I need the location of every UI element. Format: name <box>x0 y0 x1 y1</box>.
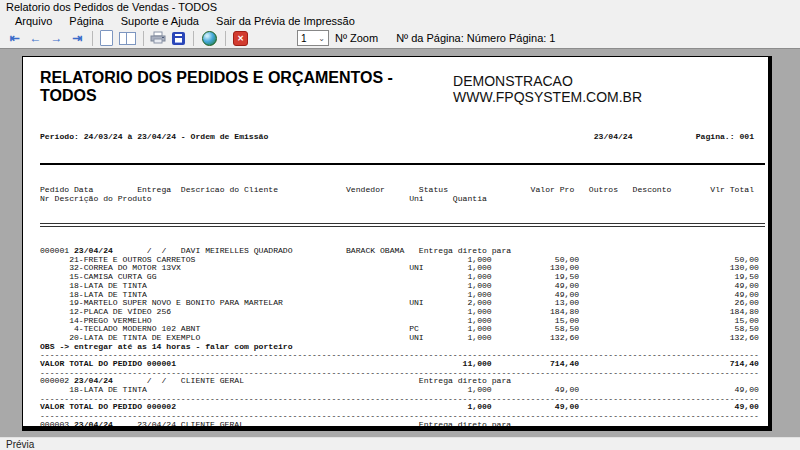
next-page-icon: → <box>51 31 63 45</box>
zoom-label: Nº Zoom <box>335 32 378 44</box>
window-title: Relatorio dos Pedidos de Vendas - TODOS <box>0 0 800 15</box>
report-demo-text: DEMONSTRACAO WWW.FPQSYSTEM.COM.BR <box>453 73 765 105</box>
preview-area[interactable]: RELATORIO DOS PEDIDOS E ORÇAMENTOS - TOD… <box>0 48 800 437</box>
report-line: 19-MARTELO SUPER NOVO E BONITO PARA MART… <box>40 430 768 431</box>
report-period-line: Período: 24/03/24 à 23/04/24 - Ordem de … <box>40 133 768 142</box>
toolbar: ⇤ ← → ⇥ ✕ 1 ⌄ Nº Zoom Nº da Página: Núme… <box>0 28 800 48</box>
last-page-button[interactable]: ⇥ <box>67 29 88 47</box>
one-page-view-button[interactable] <box>97 29 116 47</box>
menu-bar: Arquivo Página Suporte e Ajuda Sair da P… <box>0 15 800 28</box>
print-setup-icon <box>172 32 185 45</box>
report-title: RELATORIO DOS PEDIDOS E ORÇAMENTOS - TOD… <box>40 69 453 105</box>
report-header: RELATORIO DOS PEDIDOS E ORÇAMENTOS - TOD… <box>40 69 765 105</box>
print-button[interactable] <box>148 29 168 47</box>
toolbar-separator <box>193 31 194 46</box>
previous-page-icon: ← <box>30 31 42 45</box>
globe-icon <box>202 31 217 46</box>
report-page: RELATORIO DOS PEDIDOS E ORÇAMENTOS - TOD… <box>22 56 772 431</box>
report-body: 000001 23/04/24 / / DAVI MEIRELLES QUADR… <box>40 247 768 431</box>
printer-icon <box>150 31 166 45</box>
one-page-icon <box>100 30 113 46</box>
page-number-label: Nº da Página: Número Página: 1 <box>396 32 555 44</box>
toolbar-separator <box>143 31 144 46</box>
last-page-icon: ⇥ <box>72 31 82 45</box>
two-page-view-button[interactable] <box>116 29 139 47</box>
chevron-down-icon: ⌄ <box>318 34 325 43</box>
report-rule <box>40 163 765 165</box>
close-preview-button[interactable]: ✕ <box>230 29 251 47</box>
report-text: Período: 24/03/24 à 23/04/24 - Ordem de … <box>40 116 768 431</box>
menu-item-sair-da-previa[interactable]: Sair da Prévia de Impressão <box>209 15 362 28</box>
report-column-headers: Pedido Data Entrega Descricao do Cliente… <box>40 186 768 203</box>
print-setup-button[interactable] <box>168 29 189 47</box>
report-line: Nr Descrição do Produto Uni Quantia <box>40 195 768 204</box>
previous-page-button[interactable]: ← <box>25 29 46 47</box>
zoom-select[interactable]: 1 ⌄ <box>297 30 329 46</box>
close-icon: ✕ <box>233 31 248 46</box>
toolbar-separator <box>225 31 226 46</box>
website-button[interactable] <box>198 29 221 47</box>
menu-item-arquivo[interactable]: Arquivo <box>8 15 59 28</box>
menu-item-suporte-e-ajuda[interactable]: Suporte e Ajuda <box>114 15 206 28</box>
zoom-value: 1 <box>301 33 307 44</box>
first-page-icon: ⇤ <box>9 31 19 45</box>
toolbar-separator <box>92 31 93 46</box>
menu-item-pagina[interactable]: Página <box>62 15 110 28</box>
first-page-button[interactable]: ⇤ <box>4 29 25 47</box>
report-rule <box>40 223 765 227</box>
next-page-button[interactable]: → <box>46 29 67 47</box>
two-pages-icon <box>119 31 136 45</box>
status-bar: Prévia <box>0 437 800 450</box>
report-line: 000003 23/04/24 23/04/24 CLIENTE GERAL E… <box>40 421 768 430</box>
